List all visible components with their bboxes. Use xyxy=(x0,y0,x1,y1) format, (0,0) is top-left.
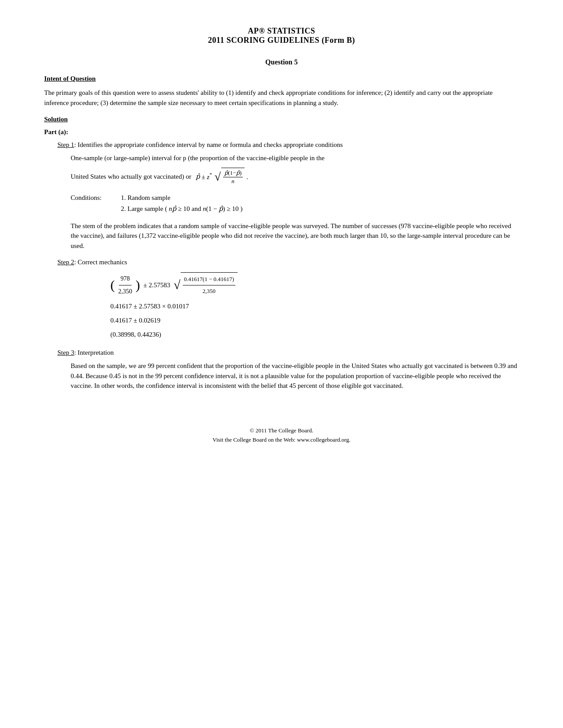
conditions-list: 1. Random sample 2. Large sample ( np̂ ≥… xyxy=(121,192,243,215)
header-line1: AP® STATISTICS xyxy=(44,26,519,36)
page-header: AP® STATISTICS 2011 SCORING GUIDELINES (… xyxy=(44,26,519,45)
step3-header: Step 3: Interpretation xyxy=(57,349,519,356)
step1-container: Step 1: Identifies the appropriate confi… xyxy=(57,141,519,251)
step2-line3: (0.38998, 0.44236) xyxy=(110,328,519,341)
step3-label: Step 3 xyxy=(57,349,74,356)
solution-heading: Solution xyxy=(44,116,519,123)
step2-desc: : Correct mechanics xyxy=(74,259,127,266)
part-a-heading: Part (a): xyxy=(44,128,519,136)
intent-heading: Intent of Question xyxy=(44,75,519,83)
step2-line1: 0.41617 ± 2.57583 × 0.01017 xyxy=(110,300,519,313)
step2-line2: 0.41617 ± 0.02619 xyxy=(110,314,519,327)
footer-line1: © 2011 The College Board. xyxy=(44,426,519,435)
condition2: 2. Large sample ( np̂ ≥ 10 and n(1 − p̂)… xyxy=(121,205,243,212)
step2-label: Step 2 xyxy=(57,259,74,266)
footer-line2: Visit the College Board on the Web: www.… xyxy=(44,435,519,445)
step1-conditions: Conditions: 1. Random sample 2. Large sa… xyxy=(71,192,519,215)
step1-label: Step 1 xyxy=(57,141,74,149)
conditions-label: Conditions: xyxy=(71,192,119,204)
step3-container: Step 3: Interpretation Based on the samp… xyxy=(57,349,519,391)
step2-line0: ( 978 2,350 ) ± 2.57583 √ 0.41617(1 − 0.… xyxy=(110,272,519,298)
header-line2: 2011 SCORING GUIDELINES (Form B) xyxy=(44,36,519,45)
step1-header: Step 1: Identifies the appropriate confi… xyxy=(57,141,519,149)
step1-formula-intro: One-sample (or large-sample) interval fo… xyxy=(71,153,519,163)
step1-desc: : Identifies the appropriate confidence … xyxy=(74,141,343,149)
step2-container: Step 2: Correct mechanics ( 978 2,350 ) … xyxy=(57,259,519,341)
question-title: Question 5 xyxy=(44,58,519,66)
step3-body: Based on the sample, we are 99 percent c… xyxy=(71,361,519,391)
step2-header: Step 2: Correct mechanics xyxy=(57,259,519,266)
step1-body: The stem of the problem indicates that a… xyxy=(71,221,519,251)
intent-body: The primary goals of this question were … xyxy=(44,88,519,108)
step1-formula-line2: United States who actually got vaccinate… xyxy=(71,168,519,186)
step2-math: ( 978 2,350 ) ± 2.57583 √ 0.41617(1 − 0.… xyxy=(110,272,519,341)
condition1: 1. Random sample xyxy=(121,194,170,201)
step3-desc: : Interpretation xyxy=(74,349,114,356)
page-footer: © 2011 The College Board. Visit the Coll… xyxy=(44,426,519,445)
